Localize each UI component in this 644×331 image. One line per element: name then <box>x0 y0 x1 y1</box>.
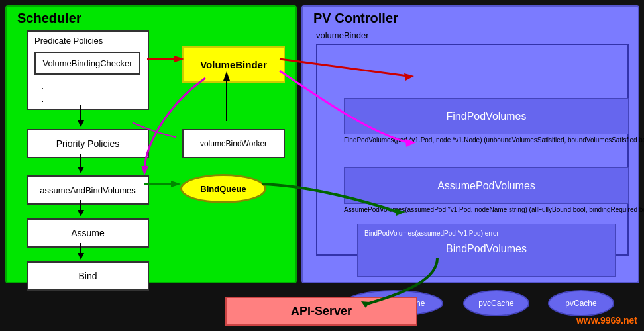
scheduler-title: Scheduler <box>17 11 81 26</box>
predicate-title: Predicate Policies <box>34 36 103 46</box>
assume-method-sig: AssumePodVolumes(assumedPod *v1.Pod, nod… <box>344 206 644 213</box>
priority-policies-box: Priority Policies <box>27 129 149 158</box>
assume-bind-box: assumeAndBindVolumes <box>27 175 149 205</box>
pv-controller-box: PV Controller volumeBinder FindPodVolume… <box>301 5 639 283</box>
bind-queue-ellipse: BindQueue <box>180 174 266 203</box>
pvc-cache: pvcCache <box>463 290 529 316</box>
pv-cache: pvCache <box>548 290 614 316</box>
find-pod-volumes-box: FindPodVolumes <box>344 98 629 134</box>
bind-small-label: BindPodVolumes(assumedPod *v1.Pod) error <box>364 230 499 237</box>
volume-binder-label: volumeBinder <box>316 30 369 40</box>
volume-bind-worker-box: volumeBindWorker <box>182 129 285 158</box>
main-container: Scheduler Predicate Policies VolumeBindi… <box>0 0 644 331</box>
api-server-box: API-Server <box>225 297 417 326</box>
volume-binding-checker: VolumeBindingChecker <box>34 52 140 75</box>
assume-box: Assume <box>27 218 149 248</box>
volume-binder-box: VolumeBinder <box>182 46 285 83</box>
predicate-dots: .. <box>41 79 44 105</box>
scheduler-box: Scheduler Predicate Policies VolumeBindi… <box>5 5 297 283</box>
predicate-box: Predicate Policies VolumeBindingChecker … <box>27 30 149 110</box>
find-method-sig: FindPodVolumes(pod *v1.Pod, node *v1.Nod… <box>344 136 644 144</box>
bind-large-label: BindPodVolumes <box>358 243 615 255</box>
pv-inner-box: FindPodVolumes FindPodVolumes(pod *v1.Po… <box>316 44 629 256</box>
pv-controller-title: PV Controller <box>313 11 398 26</box>
assume-pod-volumes-box: AssumePodVolumes <box>344 167 629 204</box>
watermark: www.9969.net <box>576 315 637 326</box>
bind-pod-volumes-outer: BindPodVolumes(assumedPod *v1.Pod) error… <box>357 224 616 277</box>
bind-box: Bind <box>27 261 149 291</box>
